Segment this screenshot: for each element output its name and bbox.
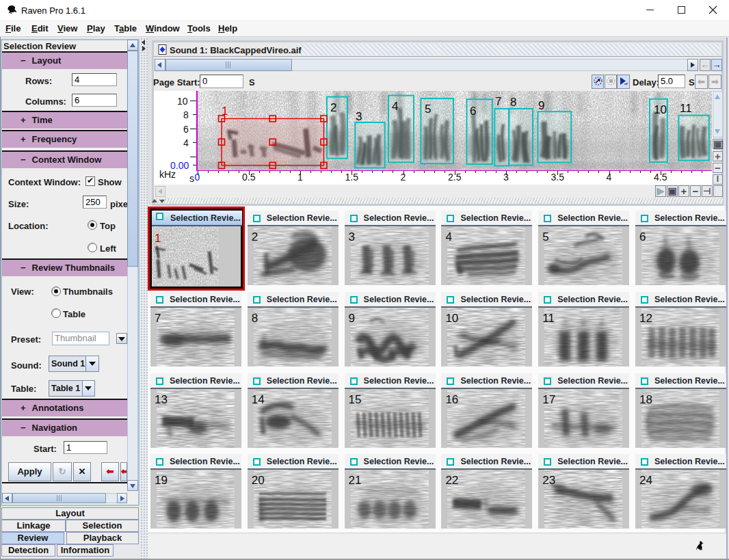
svg-text:7: 7 [495,95,501,108]
svg-text:4: 4 [392,100,398,113]
svg-text:2: 2 [330,101,336,114]
svg-text:6: 6 [470,105,476,118]
svg-text:5: 5 [425,103,431,116]
svg-text:3: 3 [356,110,362,123]
svg-text:9: 9 [538,99,544,112]
svg-text:1: 1 [222,105,228,118]
svg-text:10: 10 [654,103,667,116]
svg-text:8: 8 [510,96,516,109]
svg-text:11: 11 [680,102,692,115]
